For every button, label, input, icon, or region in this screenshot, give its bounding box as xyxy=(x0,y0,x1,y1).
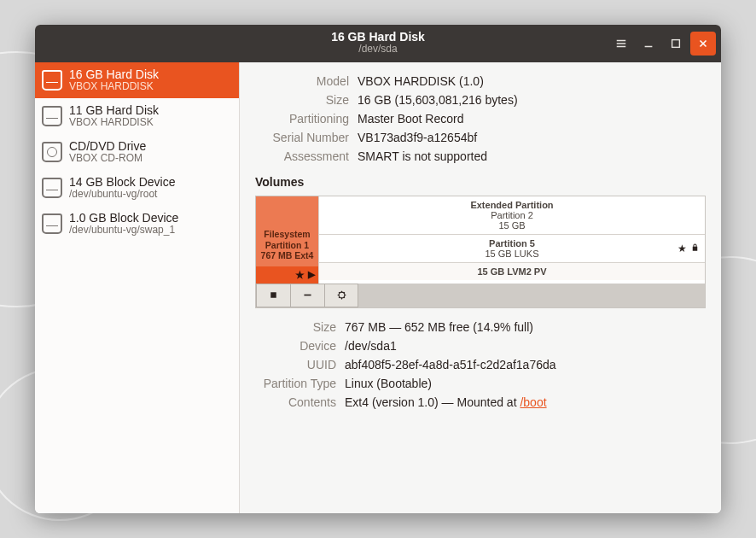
close-button[interactable] xyxy=(690,32,716,56)
volume-partition-5[interactable]: Partition 5 15 GB LUKS xyxy=(319,235,705,263)
label-device: Device xyxy=(255,339,336,353)
sidebar-item-disk-11gb[interactable]: 11 GB Hard Disk VBOX HARDDISK xyxy=(35,98,239,134)
sidebar-item-title: CD/DVD Drive xyxy=(69,139,146,153)
label-serial: Serial Number xyxy=(255,131,349,144)
device-sidebar: 16 GB Hard Disk VBOX HARDDISK 11 GB Hard… xyxy=(35,62,240,513)
vol-left-l1: Filesystem xyxy=(259,229,316,240)
maximize-button[interactable] xyxy=(663,32,689,56)
label-partitioning: Partitioning xyxy=(255,112,349,126)
volumes-heading: Volumes xyxy=(255,175,706,189)
main-area: 16 GB Hard Disk VBOX HARDDISK 11 GB Hard… xyxy=(35,62,721,513)
partition-info-grid: Size 767 MB — 652 MB free (14.9% full) D… xyxy=(255,320,706,409)
star-icon xyxy=(677,243,687,254)
sidebar-item-sub: VBOX HARDDISK xyxy=(69,81,159,93)
value-model: VBOX HARDDISK (1.0) xyxy=(358,74,706,88)
label-model: Model xyxy=(255,74,349,88)
vol-left-l3: 767 MB Ext4 xyxy=(259,250,316,261)
sidebar-item-block-14gb[interactable]: 14 GB Block Device /dev/ubuntu-vg/root xyxy=(35,170,239,206)
value-assessment: SMART is not supported xyxy=(358,149,706,163)
sidebar-item-disk-16gb[interactable]: 16 GB Hard Disk VBOX HARDDISK xyxy=(35,62,239,98)
value-serial: VB173ad3f9-a12654bf xyxy=(358,131,706,144)
label-uuid: UUID xyxy=(255,358,336,371)
sidebar-item-title: 16 GB Hard Disk xyxy=(69,67,159,81)
label-assessment: Assessment xyxy=(255,149,349,163)
sidebar-item-block-1gb[interactable]: 1.0 GB Block Device /dev/ubuntu-vg/swap_… xyxy=(35,206,239,242)
optical-drive-icon xyxy=(42,142,62,162)
value-psize: 767 MB — 652 MB free (14.9% full) xyxy=(345,320,706,334)
label-ptype: Partition Type xyxy=(255,377,336,390)
sidebar-item-title: 11 GB Hard Disk xyxy=(69,103,159,117)
more-options-button[interactable] xyxy=(324,284,358,307)
volume-extended-partition[interactable]: Extended Partition Partition 2 15 GB xyxy=(319,196,705,235)
sidebar-item-cddvd[interactable]: CD/DVD Drive VBOX CD-ROM xyxy=(35,134,239,170)
value-uuid: abf408f5-28ef-4a8d-a51f-c2d2af1a76da xyxy=(345,358,706,371)
sidebar-item-title: 1.0 GB Block Device xyxy=(69,211,178,225)
unmount-button[interactable] xyxy=(256,284,290,307)
label-size: Size xyxy=(255,93,349,107)
titlebar: 16 GB Hard Disk /dev/sda xyxy=(35,25,721,62)
lock-icon xyxy=(690,243,700,252)
disk-info-grid: Model VBOX HARDDISK (1.0) Size 16 GB (15… xyxy=(255,74,706,163)
star-icon xyxy=(295,269,305,281)
sidebar-item-sub: /dev/ubuntu-vg/swap_1 xyxy=(69,225,178,237)
value-contents: Ext4 (version 1.0) — Mounted at /boot xyxy=(345,395,706,409)
play-icon xyxy=(308,269,315,280)
volumes-map: Filesystem Partition 1 767 MB Ext4 Exten… xyxy=(256,196,705,284)
svg-rect-0 xyxy=(672,40,680,48)
hdd-icon xyxy=(42,106,62,126)
delete-partition-button[interactable] xyxy=(290,284,324,307)
detail-pane: Model VBOX HARDDISK (1.0) Size 16 GB (15… xyxy=(240,62,721,513)
value-partitioning: Master Boot Record xyxy=(358,112,706,126)
volume-lvm2-pv[interactable]: 15 GB LVM2 PV xyxy=(319,263,705,280)
volumes-right: Extended Partition Partition 2 15 GB Par… xyxy=(319,196,705,284)
sidebar-item-sub: /dev/ubuntu-vg/root xyxy=(69,189,176,201)
block-device-icon xyxy=(42,178,62,198)
volumes-toolbar xyxy=(256,284,705,307)
app-window: 16 GB Hard Disk /dev/sda 16 GB Hard Dis xyxy=(35,25,721,513)
minimize-button[interactable] xyxy=(636,32,661,56)
volume-partition-1[interactable]: Filesystem Partition 1 767 MB Ext4 xyxy=(256,196,319,284)
value-device: /dev/sda1 xyxy=(345,339,706,353)
hamburger-menu-button[interactable] xyxy=(608,32,634,56)
mount-point-link[interactable]: /boot xyxy=(520,395,546,409)
window-controls xyxy=(608,32,716,56)
label-contents: Contents xyxy=(255,395,336,409)
sidebar-item-sub: VBOX HARDDISK xyxy=(69,117,159,129)
label-psize: Size xyxy=(255,320,336,334)
contents-prefix: Ext4 (version 1.0) — Mounted at xyxy=(345,395,520,409)
vol-left-footer xyxy=(256,266,318,284)
sidebar-item-sub: VBOX CD-ROM xyxy=(69,153,146,165)
sidebar-item-title: 14 GB Block Device xyxy=(69,175,176,189)
value-size: 16 GB (15,603,081,216 bytes) xyxy=(358,93,706,107)
value-ptype: Linux (Bootable) xyxy=(345,377,706,390)
volumes-container: Filesystem Partition 1 767 MB Ext4 Exten… xyxy=(255,196,706,308)
hdd-icon xyxy=(42,70,62,91)
svg-rect-2 xyxy=(304,295,311,296)
vol-left-l2: Partition 1 xyxy=(259,240,316,251)
block-device-icon xyxy=(42,213,62,234)
svg-rect-1 xyxy=(270,293,276,299)
